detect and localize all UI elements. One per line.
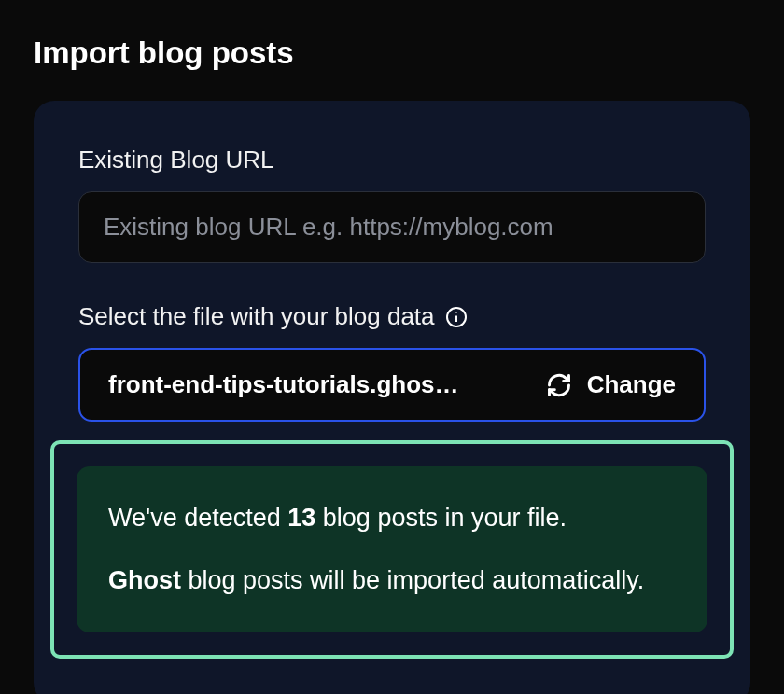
blog-url-input[interactable] — [78, 191, 706, 263]
detection-box: We've detected 13 blog posts in your fil… — [77, 466, 707, 632]
selected-file-name: front-end-tips-tutorials.ghos… — [108, 370, 527, 399]
detection-highlight: We've detected 13 blog posts in your fil… — [50, 440, 734, 659]
url-label: Existing Blog URL — [78, 146, 706, 174]
detection-platform: Ghost — [108, 566, 181, 594]
info-icon[interactable] — [444, 305, 469, 329]
page-title: Import blog posts — [0, 0, 784, 101]
file-label-text: Select the file with your blog data — [78, 302, 435, 331]
detection-post: blog posts in your file. — [315, 504, 567, 532]
detection-platform-post: blog posts will be imported automaticall… — [181, 566, 644, 594]
detection-count-line: We've detected 13 blog posts in your fil… — [108, 500, 676, 536]
svg-point-2 — [455, 312, 456, 312]
selected-file-row: front-end-tips-tutorials.ghos… Change — [78, 348, 706, 422]
detection-count: 13 — [287, 504, 315, 532]
detection-platform-line: Ghost blog posts will be imported automa… — [108, 562, 676, 599]
change-label: Change — [587, 370, 676, 399]
detection-pre: We've detected — [108, 504, 287, 532]
import-card: Existing Blog URL Select the file with y… — [34, 101, 750, 694]
refresh-icon — [546, 372, 572, 398]
file-label: Select the file with your blog data — [78, 302, 706, 331]
change-file-button[interactable]: Change — [546, 370, 676, 399]
